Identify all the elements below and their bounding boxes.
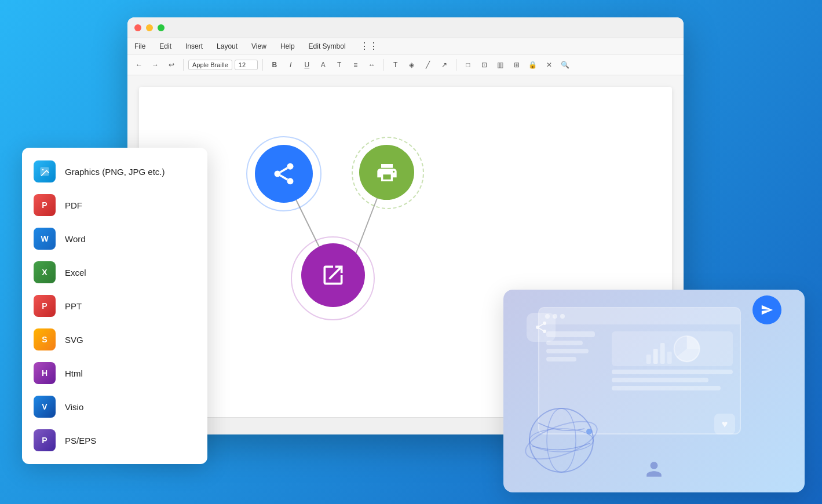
font-size-selector[interactable]: 12 <box>235 60 258 70</box>
menu-help[interactable]: Help <box>278 41 297 52</box>
heart-icon: ♥ <box>722 418 728 430</box>
export-menu-item-visio[interactable]: VVisio <box>22 390 207 423</box>
export-icon-pdf: P <box>34 194 56 216</box>
connector-button[interactable]: ↗ <box>437 58 451 72</box>
redo-button[interactable]: → <box>148 58 162 72</box>
export-menu-item-ps[interactable]: PPS/EPS <box>22 423 207 457</box>
separator-3 <box>383 59 384 71</box>
send-badge <box>752 295 781 324</box>
export-icon-excel: X <box>34 261 56 283</box>
browser-dot-1 <box>545 314 550 319</box>
content-line-1 <box>612 370 733 374</box>
separator-4 <box>456 59 456 71</box>
spacing-button[interactable]: ↔ <box>365 58 379 72</box>
reset-button[interactable]: ↩ <box>165 58 178 72</box>
export-menu-item-word[interactable]: WWord <box>22 222 207 255</box>
svg-rect-17 <box>660 343 664 364</box>
chart-svg <box>612 331 733 366</box>
menu-file[interactable]: File <box>132 41 148 52</box>
export-label-ps: PS/EPS <box>65 436 96 445</box>
export-label-html: Html <box>65 368 83 378</box>
close-toolbar-button[interactable]: ✕ <box>542 58 556 72</box>
menu-insert[interactable]: Insert <box>183 41 205 52</box>
export-menu-item-pdf[interactable]: PPDF <box>22 188 207 222</box>
globe-svg <box>521 400 602 481</box>
print-node[interactable] <box>359 145 414 200</box>
menu-edit-symbol[interactable]: Edit Symbol <box>306 41 348 52</box>
menu-layout[interactable]: Layout <box>214 41 240 52</box>
group-button[interactable]: ▥ <box>494 58 507 72</box>
undo-button[interactable]: ← <box>132 58 146 72</box>
content-line-2 <box>612 378 708 382</box>
text-button[interactable]: T <box>333 58 346 72</box>
export-node[interactable] <box>301 243 365 307</box>
share-icon <box>271 161 297 187</box>
title-bar <box>127 17 684 38</box>
export-icon-visio: V <box>34 396 56 418</box>
search-button[interactable]: 🔍 <box>558 58 572 72</box>
export-label-visio: Visio <box>65 402 83 412</box>
heart-badge: ♥ <box>714 414 735 434</box>
svg-rect-18 <box>667 352 671 364</box>
sidebar-line-4 <box>546 357 576 361</box>
svg-rect-15 <box>646 355 651 364</box>
toolbar: ← → ↩ Apple Braille 12 B I U A T ≡ ↔ T ◈… <box>127 54 684 75</box>
minimize-button[interactable] <box>146 24 153 31</box>
svg-point-4 <box>287 178 294 184</box>
chart-area <box>612 331 733 366</box>
share-node[interactable] <box>255 145 313 203</box>
export-icon-svg: S <box>34 328 56 350</box>
illustration-panel: ♥ <box>503 290 805 492</box>
menu-extra[interactable]: ⋮⋮ <box>357 39 381 53</box>
bold-button[interactable]: B <box>268 58 282 72</box>
sidebar-line-2 <box>546 341 583 345</box>
table-button[interactable]: ⊡ <box>477 58 491 72</box>
menu-edit[interactable]: Edit <box>157 41 174 52</box>
separator-1 <box>183 59 184 71</box>
close-button[interactable] <box>134 24 141 31</box>
export-menu-item-html[interactable]: HHtml <box>22 356 207 390</box>
browser-dot-2 <box>553 314 557 319</box>
lock-button[interactable]: 🔒 <box>526 58 540 72</box>
menu-view[interactable]: View <box>249 41 269 52</box>
browser-top <box>539 308 740 324</box>
export-icon-ppt: P <box>34 295 56 317</box>
globe-illustration <box>521 400 602 481</box>
font-selector[interactable]: Apple Braille <box>188 60 232 70</box>
svg-point-22 <box>521 414 601 466</box>
shape-button[interactable]: □ <box>461 58 475 72</box>
maximize-button[interactable] <box>158 24 165 31</box>
browser-sidebar <box>546 331 607 390</box>
sidebar-line-1 <box>546 331 595 337</box>
svg-line-6 <box>280 168 288 172</box>
export-menu-item-png[interactable]: Graphics (PNG, JPG etc.) <box>22 155 207 188</box>
export-icon <box>320 262 346 288</box>
font-color-button[interactable]: A <box>316 58 330 72</box>
print-icon <box>375 161 399 184</box>
export-label-word: Word <box>65 234 86 244</box>
svg-point-3 <box>275 171 281 177</box>
svg-point-20 <box>547 408 576 472</box>
text-format-button[interactable]: T <box>389 58 403 72</box>
export-label-svg: SVG <box>65 335 83 345</box>
export-label-png: Graphics (PNG, JPG etc.) <box>65 167 165 177</box>
export-icon-png <box>34 160 56 182</box>
export-menu-item-ppt[interactable]: PPPT <box>22 289 207 323</box>
browser-content <box>539 324 740 397</box>
person-icon <box>645 460 663 479</box>
fill-button[interactable]: ◈ <box>405 58 419 72</box>
browser-dot-3 <box>560 314 565 319</box>
export-menu-item-svg[interactable]: SSVG <box>22 323 207 356</box>
export-menu-item-excel[interactable]: XExcel <box>22 255 207 289</box>
line-button[interactable]: ╱ <box>421 58 435 72</box>
separator-2 <box>262 59 263 71</box>
export-icon-ps: P <box>34 429 56 451</box>
send-icon <box>761 304 773 316</box>
layer-button[interactable]: ⊞ <box>510 58 524 72</box>
align-button[interactable]: ≡ <box>349 58 363 72</box>
underline-button[interactable]: U <box>300 58 314 72</box>
svg-point-2 <box>287 163 294 170</box>
export-icon-html: H <box>34 362 56 384</box>
user-avatar <box>645 460 663 481</box>
italic-button[interactable]: I <box>284 58 298 72</box>
